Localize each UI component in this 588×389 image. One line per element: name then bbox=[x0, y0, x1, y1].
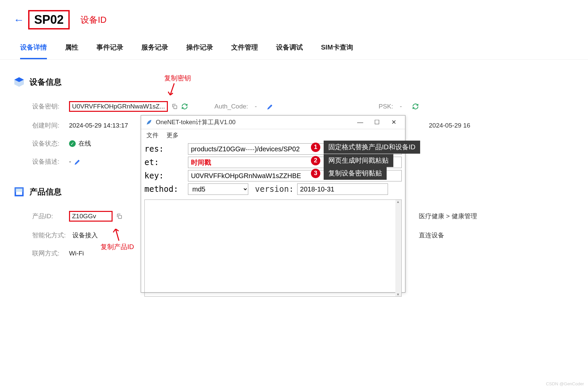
auth-code-row: Auth_Code: - bbox=[214, 103, 274, 110]
svg-rect-0 bbox=[174, 106, 177, 109]
back-arrow-icon[interactable]: ← bbox=[13, 14, 24, 26]
tab-bar: 设备详情 属性 事件记录 服务记录 操作记录 文件管理 设备调试 SIM卡查询 bbox=[0, 33, 588, 60]
badge-3: 3 bbox=[311, 169, 320, 178]
svg-rect-2 bbox=[15, 188, 23, 192]
product-info-title: 产品信息 bbox=[29, 186, 62, 197]
key-label: key: bbox=[144, 171, 188, 180]
version-label: version: bbox=[255, 184, 294, 194]
copy-icon[interactable] bbox=[116, 213, 123, 220]
timestamp-right: 2024-05-29 16 bbox=[429, 122, 470, 129]
callout-text-3: 复制设备密钥黏贴 bbox=[324, 167, 387, 180]
psk-label: PSK: bbox=[379, 103, 393, 110]
status-label: 设备状态: bbox=[32, 139, 69, 148]
annotation-copy-product: 复制产品ID bbox=[101, 242, 134, 251]
et-label: et: bbox=[144, 158, 188, 167]
psk-row: PSK: - bbox=[379, 103, 419, 110]
res-label: res: bbox=[144, 144, 188, 154]
callout-text-2: 网页生成时间戳粘贴 bbox=[324, 154, 393, 167]
version-input[interactable] bbox=[297, 183, 388, 195]
arrow-icon bbox=[111, 226, 127, 242]
dialog-title: OneNET-token计算工具V1.00 bbox=[156, 118, 350, 126]
scrollbar[interactable] bbox=[395, 200, 401, 296]
watermark: CSDN @GenCoder bbox=[546, 381, 584, 386]
edit-icon[interactable] bbox=[74, 158, 81, 165]
category-breadcrumb: 医疗健康 > 健康管理 bbox=[415, 212, 477, 221]
close-button[interactable]: ✕ bbox=[387, 119, 400, 126]
maximize-button[interactable]: ☐ bbox=[370, 119, 384, 126]
method-label: method: bbox=[144, 184, 188, 194]
tab-device-debug[interactable]: 设备调试 bbox=[276, 43, 303, 59]
dialog-menu: 文件 更多 bbox=[141, 129, 405, 141]
cube-icon bbox=[13, 76, 25, 88]
status-value: 在线 bbox=[78, 139, 91, 148]
refresh-icon[interactable] bbox=[181, 103, 188, 110]
smart-value: 设备接入 bbox=[72, 231, 98, 240]
device-name: SP02 bbox=[28, 10, 70, 29]
tab-service-log[interactable]: 服务记录 bbox=[141, 43, 168, 59]
badge-2: 2 bbox=[311, 156, 320, 165]
create-time-label: 创建时间: bbox=[32, 121, 69, 130]
edit-icon[interactable] bbox=[267, 103, 274, 110]
arrow-icon bbox=[164, 82, 181, 98]
menu-file[interactable]: 文件 bbox=[146, 131, 158, 139]
desc-value: - bbox=[69, 158, 71, 165]
auth-code-value: - bbox=[255, 103, 257, 110]
output-textarea[interactable] bbox=[144, 200, 402, 297]
product-id-value: Z10GGv bbox=[69, 211, 113, 222]
connection-type: 直连设备 bbox=[415, 231, 444, 240]
tab-operation-log[interactable]: 操作记录 bbox=[186, 43, 213, 59]
svg-rect-3 bbox=[119, 216, 122, 219]
menu-more[interactable]: 更多 bbox=[167, 131, 179, 139]
tab-file-mgmt[interactable]: 文件管理 bbox=[231, 43, 258, 59]
tab-device-detail[interactable]: 设备详情 bbox=[20, 43, 47, 59]
desc-label: 设备描述: bbox=[32, 157, 69, 166]
check-icon: ✓ bbox=[69, 140, 76, 147]
box-icon bbox=[13, 186, 25, 198]
dialog-titlebar[interactable]: OneNET-token计算工具V1.00 — ☐ ✕ bbox=[141, 115, 405, 129]
device-key-label: 设备密钥: bbox=[32, 102, 69, 111]
page-header: ← SP02 设备ID bbox=[0, 0, 588, 33]
refresh-icon[interactable] bbox=[412, 103, 419, 110]
net-value: Wi-Fi bbox=[69, 250, 84, 257]
tab-attributes[interactable]: 属性 bbox=[65, 43, 78, 59]
device-key-value: U0VRVFFkOHpGRnNwaW1sZ... bbox=[69, 101, 168, 112]
callout-1: 1 固定格式替换产品ID和设备ID bbox=[311, 141, 420, 154]
badge-1: 1 bbox=[311, 143, 320, 152]
callout-3: 3 复制设备密钥黏贴 bbox=[311, 167, 387, 180]
tab-event-log[interactable]: 事件记录 bbox=[96, 43, 123, 59]
smart-label: 智能化方式: bbox=[32, 231, 72, 240]
product-id-label: 产品ID: bbox=[32, 212, 69, 221]
device-id-label: 设备ID bbox=[80, 14, 107, 26]
auth-code-label: Auth_Code: bbox=[214, 103, 248, 110]
feather-icon bbox=[146, 119, 152, 126]
net-label: 联网方式: bbox=[32, 249, 69, 258]
annotation-copy-key: 复制密钥 bbox=[164, 74, 191, 83]
create-time-value: 2024-05-29 14:13:17 bbox=[69, 122, 128, 129]
method-select[interactable]: md5 bbox=[188, 183, 248, 195]
minimize-button[interactable]: — bbox=[353, 119, 367, 126]
device-info-title: 设备信息 bbox=[29, 77, 62, 87]
callout-text-1: 固定格式替换产品ID和设备ID bbox=[324, 141, 420, 154]
copy-icon[interactable] bbox=[171, 103, 178, 110]
callout-2: 2 网页生成时间戳粘贴 bbox=[311, 154, 393, 167]
tab-sim-query[interactable]: SIM卡查询 bbox=[321, 43, 353, 59]
psk-value: - bbox=[400, 103, 402, 110]
